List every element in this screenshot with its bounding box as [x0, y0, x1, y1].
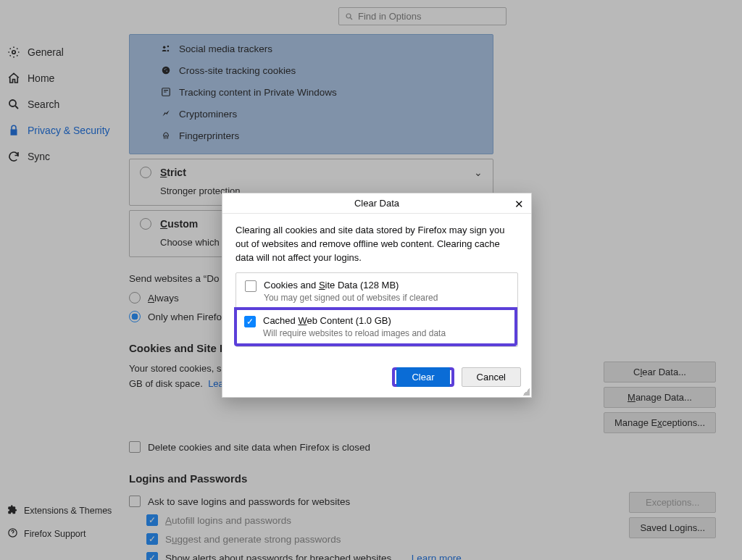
- clear-button[interactable]: Clear: [396, 367, 449, 387]
- dialog-title: Clear Data: [354, 198, 399, 209]
- cache-checkbox[interactable]: ✓: [244, 316, 256, 327]
- dialog-description: Clearing all cookies and site data store…: [235, 224, 518, 265]
- cookies-checkbox[interactable]: [245, 280, 257, 292]
- clear-data-dialog: Clear Data ✕ Clearing all cookies and si…: [222, 193, 532, 398]
- cancel-button[interactable]: Cancel: [462, 367, 521, 387]
- resize-grip[interactable]: [522, 388, 530, 396]
- close-icon[interactable]: ✕: [514, 198, 524, 211]
- option-cache[interactable]: ✓ Cached Web Content (1.0 GB) Will requi…: [237, 310, 514, 343]
- option-cookies[interactable]: Cookies and Site Data (128 MB) You may g…: [236, 273, 517, 309]
